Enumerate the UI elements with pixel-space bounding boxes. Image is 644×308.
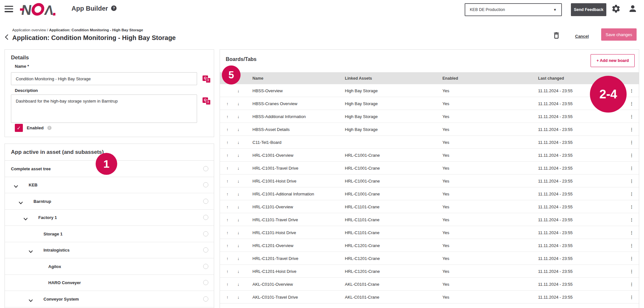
radio-button[interactable] bbox=[203, 296, 208, 302]
kebab-menu-icon[interactable]: ⋮ bbox=[630, 101, 634, 106]
translate-icon[interactable]: G 文 bbox=[203, 75, 211, 84]
breadcrumb-root[interactable]: Application overview bbox=[12, 28, 46, 32]
kebab-menu-icon[interactable]: ⋮ bbox=[630, 282, 634, 286]
hamburger-menu-icon[interactable] bbox=[5, 6, 13, 13]
back-icon[interactable] bbox=[5, 35, 11, 40]
move-down-icon[interactable]: ↓ bbox=[237, 127, 240, 132]
enabled-cell: Yes bbox=[442, 140, 449, 144]
translate-icon[interactable]: G 文 bbox=[203, 97, 211, 106]
save-changes-button[interactable]: Save changes bbox=[601, 28, 637, 41]
cancel-button[interactable]: Cancel bbox=[575, 34, 589, 39]
radio-button[interactable] bbox=[203, 280, 208, 285]
board-rows: ↓HBSS-OverviewHigh Bay StorageYes11.11.2… bbox=[220, 84, 639, 308]
move-up-icon[interactable]: ↑ bbox=[226, 101, 229, 106]
move-up-icon[interactable]: ↑ bbox=[226, 256, 229, 261]
move-down-icon[interactable]: ↓ bbox=[237, 88, 240, 93]
chevron-down-icon[interactable] bbox=[29, 298, 33, 303]
move-up-icon[interactable]: ↑ bbox=[226, 114, 229, 119]
chevron-down-icon[interactable] bbox=[19, 200, 23, 206]
move-up-icon[interactable]: ↑ bbox=[226, 140, 229, 144]
move-down-icon[interactable]: ↓ bbox=[237, 256, 240, 261]
user-account-button[interactable] bbox=[627, 4, 638, 15]
kebab-menu-icon[interactable]: ⋮ bbox=[630, 243, 634, 248]
radio-button[interactable] bbox=[203, 166, 208, 171]
chevron-down-icon[interactable] bbox=[24, 216, 28, 222]
move-down-icon[interactable]: ↓ bbox=[237, 140, 240, 144]
tree-item[interactable]: Barntrup bbox=[5, 193, 214, 210]
kebab-menu-icon[interactable]: ⋮ bbox=[630, 127, 634, 132]
tree-item[interactable]: Conveyor System bbox=[5, 291, 214, 307]
column-header-enabled: Enabled bbox=[442, 76, 458, 81]
move-up-icon[interactable]: ↑ bbox=[226, 153, 229, 157]
move-down-icon[interactable]: ↓ bbox=[237, 269, 240, 273]
move-up-icon[interactable]: ↑ bbox=[226, 269, 229, 273]
help-icon[interactable]: ? bbox=[111, 5, 117, 11]
move-down-icon[interactable]: ↓ bbox=[237, 153, 240, 157]
kebab-menu-icon[interactable]: ⋮ bbox=[630, 191, 634, 196]
tree-item[interactable]: Intralogistics bbox=[5, 242, 214, 259]
enabled-label: Enabled bbox=[27, 125, 44, 130]
radio-button[interactable] bbox=[203, 264, 208, 269]
kebab-menu-icon[interactable]: ⋮ bbox=[630, 294, 634, 299]
tree-item[interactable]: Agilox bbox=[5, 258, 214, 275]
linked-asset-cell: HRL-C1201-Crane bbox=[345, 269, 380, 273]
move-down-icon[interactable]: ↓ bbox=[237, 294, 240, 299]
move-up-icon[interactable]: ↑ bbox=[226, 243, 229, 248]
chevron-down-icon[interactable] bbox=[14, 184, 18, 189]
description-input[interactable]: Dashboard for the high-bay storage syste… bbox=[11, 94, 197, 123]
radio-button[interactable] bbox=[203, 199, 208, 204]
kebab-menu-icon[interactable]: ⋮ bbox=[630, 140, 634, 144]
kebab-menu-icon[interactable]: ⋮ bbox=[630, 88, 634, 93]
move-down-icon[interactable]: ↓ bbox=[237, 243, 240, 248]
tree-item[interactable]: Storage 1 bbox=[5, 226, 214, 242]
move-down-icon[interactable]: ↓ bbox=[237, 114, 240, 119]
environment-select[interactable]: KEB DE Production ▼ bbox=[465, 3, 562, 16]
radio-button[interactable] bbox=[203, 231, 208, 236]
tree-item[interactable]: KEB bbox=[5, 177, 214, 194]
kebab-menu-icon[interactable]: ⋮ bbox=[630, 256, 634, 261]
kebab-menu-icon[interactable]: ⋮ bbox=[630, 153, 634, 157]
move-down-icon[interactable]: ↓ bbox=[237, 178, 240, 183]
radio-button[interactable] bbox=[203, 215, 208, 220]
move-up-icon[interactable]: ↑ bbox=[226, 282, 229, 286]
kebab-menu-icon[interactable]: ⋮ bbox=[630, 230, 634, 235]
gear-icon bbox=[611, 4, 621, 14]
move-up-icon[interactable]: ↑ bbox=[226, 178, 229, 183]
move-down-icon[interactable]: ↓ bbox=[237, 204, 240, 209]
move-up-icon[interactable]: ↑ bbox=[226, 294, 229, 299]
move-up-icon[interactable]: ↑ bbox=[226, 127, 229, 132]
chevron-down-icon[interactable] bbox=[29, 249, 33, 254]
kebab-menu-icon[interactable]: ⋮ bbox=[630, 114, 634, 119]
move-down-icon[interactable]: ↓ bbox=[237, 101, 240, 106]
name-input[interactable] bbox=[11, 72, 197, 85]
send-feedback-button[interactable]: Send Feedback bbox=[571, 3, 606, 16]
kebab-menu-icon[interactable]: ⋮ bbox=[630, 204, 634, 209]
move-up-icon[interactable]: ↑ bbox=[226, 165, 229, 170]
tree-item-label: HARO Conveyer bbox=[48, 280, 81, 285]
move-down-icon[interactable]: ↓ bbox=[237, 191, 240, 196]
linked-asset-cell: High Bay Storage bbox=[345, 88, 378, 93]
enabled-checkbox[interactable]: ✓ bbox=[15, 124, 23, 132]
radio-button[interactable] bbox=[203, 247, 208, 253]
kebab-menu-icon[interactable]: ⋮ bbox=[630, 178, 634, 183]
move-up-icon[interactable]: ↑ bbox=[226, 217, 229, 222]
move-down-icon[interactable]: ↓ bbox=[237, 165, 240, 170]
delete-application-button[interactable] bbox=[552, 31, 561, 41]
tree-item[interactable]: HARO Conveyer bbox=[5, 275, 214, 291]
tree-item[interactable]: Factory 1 bbox=[5, 210, 214, 226]
move-up-icon[interactable]: ↑ bbox=[226, 204, 229, 209]
column-header-name: Name bbox=[252, 76, 263, 81]
move-down-icon[interactable]: ↓ bbox=[237, 282, 240, 286]
move-down-icon[interactable]: ↓ bbox=[237, 217, 240, 222]
kebab-menu-icon[interactable]: ⋮ bbox=[630, 217, 634, 222]
move-down-icon[interactable]: ↓ bbox=[237, 230, 240, 235]
settings-button[interactable] bbox=[611, 4, 621, 15]
kebab-menu-icon[interactable]: ⋮ bbox=[630, 269, 634, 273]
move-up-icon[interactable]: ↑ bbox=[226, 191, 229, 196]
move-up-icon[interactable]: ↑ bbox=[226, 230, 229, 235]
radio-button[interactable] bbox=[203, 182, 208, 187]
add-new-board-button[interactable]: + Add new board bbox=[591, 54, 635, 67]
info-icon[interactable]: i bbox=[47, 126, 52, 130]
kebab-menu-icon[interactable]: ⋮ bbox=[630, 165, 634, 170]
last-changed-cell: 11.11.2024 - 23:55 bbox=[538, 178, 573, 183]
